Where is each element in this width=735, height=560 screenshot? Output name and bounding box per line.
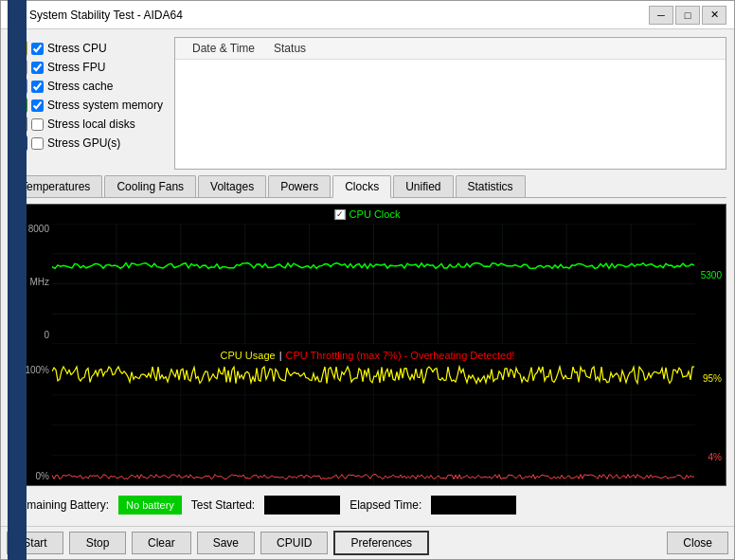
stress-disk-checkbox[interactable] — [31, 118, 44, 131]
stress-disk-label: Stress local disks — [47, 117, 135, 131]
log-panel: Date & Time Status — [174, 37, 726, 170]
chart1-line — [52, 224, 695, 344]
stress-options-panel: Stress CPU Stress FPU Stress cache Stres… — [9, 37, 165, 170]
chart1-ymax: 8000 — [11, 224, 49, 234]
stress-cache-label: Stress cache — [47, 80, 113, 93]
chart1-ymin: 0 — [11, 330, 49, 340]
chart2-ymax: 100% — [11, 365, 49, 375]
cpuid-button[interactable]: CPUID — [260, 532, 328, 554]
stress-cpu-row: Stress CPU — [9, 41, 165, 56]
close-button[interactable]: ✕ — [702, 6, 726, 25]
tab-cooling-fans[interactable]: Cooling Fans — [104, 175, 196, 197]
clear-button[interactable]: Clear — [132, 532, 191, 554]
maximize-button[interactable]: □ — [675, 6, 700, 25]
stress-fpu-row: Stress FPU — [9, 60, 165, 75]
title-bar: ⚡ System Stability Test - AIDA64 ─ □ ✕ — [1, 1, 734, 29]
stress-fpu-checkbox[interactable] — [31, 62, 44, 74]
minimize-button[interactable]: ─ — [649, 6, 673, 25]
tab-clocks[interactable]: Clocks — [332, 175, 391, 198]
tab-powers[interactable]: Powers — [268, 175, 331, 197]
window-controls: ─ □ ✕ — [649, 6, 726, 25]
cpu-clock-checkbox[interactable]: ✓ — [335, 209, 346, 220]
stress-gpu-label: Stress GPU(s) — [47, 136, 120, 150]
chart2-y-axis: 100% 0% — [11, 346, 49, 485]
preferences-button[interactable]: Preferences — [333, 531, 429, 555]
log-header: Date & Time Status — [175, 38, 726, 60]
log-body — [175, 60, 726, 169]
stress-gpu-row: Stress GPU(s) — [9, 135, 165, 151]
stress-mem-checkbox[interactable] — [31, 99, 44, 112]
stress-cpu-label: Stress CPU — [47, 42, 107, 55]
tab-unified[interactable]: Unified — [393, 175, 453, 197]
close-button-bottom[interactable]: Close — [667, 532, 728, 554]
stress-fpu-label: Stress FPU — [47, 61, 105, 74]
bottom-toolbar: Start Stop Clear Save CPUID Preferences … — [1, 526, 734, 559]
tab-statistics[interactable]: Statistics — [456, 175, 526, 197]
stress-mem-row: Stress system memory — [9, 98, 165, 113]
stress-mem-label: Stress system memory — [47, 99, 163, 112]
usage-label: CPU Usage — [221, 350, 276, 361]
test-started-value — [264, 496, 340, 515]
elapsed-label: Elapsed Time: — [350, 498, 421, 512]
cpu-clock-title: ✓ CPU Clock — [335, 208, 401, 220]
window-title: System Stability Test - AIDA64 — [29, 9, 649, 22]
main-window: ⚡ System Stability Test - AIDA64 ─ □ ✕ S… — [0, 0, 735, 560]
save-button[interactable]: Save — [197, 532, 255, 554]
stop-button[interactable]: Stop — [69, 532, 126, 554]
tabs-section: Temperatures Cooling Fans Voltages Power… — [9, 175, 726, 198]
elapsed-value — [431, 496, 516, 515]
stress-cpu-checkbox[interactable] — [31, 43, 44, 55]
chart1-yunit: MHz — [11, 277, 49, 287]
cpu-usage-chart: CPU Usage | CPU Throttling (max 7%) - Ov… — [9, 346, 726, 485]
test-started-label: Test Started: — [191, 498, 255, 512]
charts-area: ✓ CPU Clock 8000 MHz 0 5300 — [9, 204, 726, 486]
cpu-usage-title: CPU Usage | CPU Throttling (max 7%) - Ov… — [221, 350, 515, 361]
battery-value: No battery — [118, 496, 182, 515]
stress-cache-row: Stress cache — [9, 79, 165, 94]
status-bar: Remaining Battery: No battery Test Start… — [9, 492, 726, 518]
stress-gpu-checkbox[interactable] — [31, 137, 44, 150]
stress-disk-row: Stress local disks — [9, 117, 165, 132]
chart1-current-value: 5300 — [701, 269, 722, 280]
top-section: Stress CPU Stress FPU Stress cache Stres… — [9, 37, 726, 170]
tabs-bar: Temperatures Cooling Fans Voltages Power… — [9, 175, 726, 198]
chart2-ymin: 0% — [11, 471, 49, 481]
throttle-label: CPU Throttling (max 7%) - Overheating De… — [286, 350, 515, 361]
content-area: Stress CPU Stress FPU Stress cache Stres… — [1, 29, 734, 526]
log-col-datetime: Date & Time — [183, 40, 264, 57]
chart2-lines — [52, 365, 695, 485]
tab-voltages[interactable]: Voltages — [198, 175, 266, 197]
cpu-clock-label: CPU Clock — [350, 208, 401, 220]
chart1-y-axis: 8000 MHz 0 — [11, 205, 49, 344]
chart2-usage-value: 95% — [703, 373, 722, 384]
cpu-clock-chart: ✓ CPU Clock 8000 MHz 0 5300 — [9, 205, 726, 344]
log-col-status: Status — [264, 40, 315, 57]
stress-cache-checkbox[interactable] — [31, 81, 44, 93]
battery-label: Remaining Battery: — [12, 498, 109, 512]
chart2-throttle-value: 4% — [708, 452, 722, 462]
